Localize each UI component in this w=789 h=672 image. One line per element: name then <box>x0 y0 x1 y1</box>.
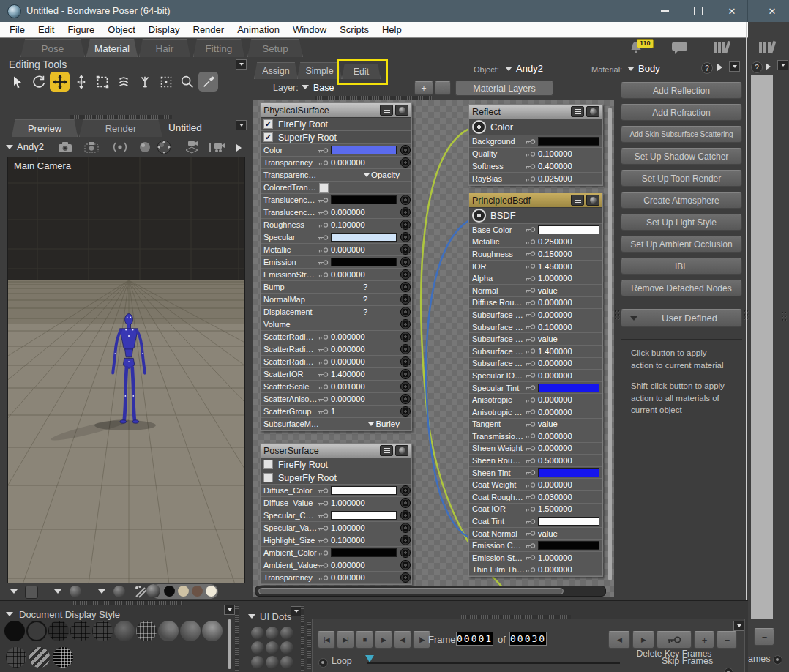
color-swatch[interactable] <box>331 146 397 154</box>
input-connector[interactable] <box>400 157 411 168</box>
display-style-collapse-icon[interactable] <box>6 612 13 616</box>
animation-key-icon[interactable] <box>318 512 329 519</box>
delete-keyframe-button[interactable]: − <box>717 631 737 649</box>
light-indicator-icon[interactable] <box>135 139 155 155</box>
room-tab-setup[interactable]: Setup <box>247 39 303 57</box>
animation-key-icon[interactable] <box>525 176 536 182</box>
shadow-sphere-icon[interactable] <box>70 586 81 597</box>
background-color-swatch[interactable] <box>178 586 189 597</box>
ui-dot-1[interactable] <box>251 627 264 640</box>
material-value[interactable]: Body <box>638 63 660 74</box>
node-preview-icon[interactable] <box>586 195 599 206</box>
maximize-button[interactable] <box>683 0 714 22</box>
animation-key-icon[interactable] <box>525 433 536 439</box>
param-value[interactable]: 0.000000 <box>538 444 572 452</box>
ui-dot-3[interactable] <box>280 627 293 640</box>
select-tool[interactable] <box>7 72 27 92</box>
input-connector[interactable] <box>400 294 411 305</box>
color-swatch[interactable] <box>331 511 397 520</box>
animation-key-icon[interactable] <box>525 336 536 343</box>
background-shelf[interactable] <box>751 75 773 619</box>
animation-menu-icon[interactable] <box>733 621 744 631</box>
graph-hscrollbar[interactable] <box>255 586 606 597</box>
actions-drag-handle-right[interactable] <box>744 310 749 321</box>
title-bar[interactable]: Untitled - Bondware Poser (64-bit) <box>0 0 789 22</box>
animation-key-icon[interactable] <box>318 209 329 216</box>
ui-dot-9[interactable] <box>280 656 293 669</box>
node-header[interactable]: PoserSurface <box>261 444 411 458</box>
outline-style-icon[interactable] <box>26 621 47 641</box>
node-header[interactable]: Reflect <box>469 105 602 119</box>
graph-vscrollbar-thumb[interactable] <box>608 108 612 580</box>
preview-tab-preview[interactable]: Preview <box>12 119 78 137</box>
input-connector[interactable] <box>400 485 411 496</box>
menu-edit[interactable]: Edit <box>31 24 61 35</box>
animation-key-icon[interactable] <box>525 287 536 294</box>
material-tab-assign[interactable]: Assign <box>254 62 298 79</box>
param-value[interactable]: ? <box>331 283 400 291</box>
input-connector[interactable] <box>400 269 411 280</box>
material-tab-simple[interactable]: Simple <box>297 62 342 79</box>
param-value[interactable]: ? <box>331 295 400 304</box>
camera-next-icon[interactable] <box>228 140 249 156</box>
animation-key-icon[interactable] <box>525 348 536 354</box>
animation-key-icon[interactable] <box>525 324 536 330</box>
menu-file[interactable]: File <box>3 24 31 35</box>
node-physicalsurface[interactable]: PhysicalSurface✓FireFly Root✓SuperFly Ro… <box>260 102 412 431</box>
silhouette-style-icon[interactable] <box>4 621 25 641</box>
param-value[interactable]: 1.400000 <box>538 347 572 356</box>
animation-key-icon[interactable] <box>318 371 329 378</box>
material-help-icon[interactable] <box>701 62 713 74</box>
ui-dots-collapse-icon[interactable] <box>248 614 255 619</box>
object-dropdown-icon[interactable] <box>505 67 512 71</box>
shader-node-graph[interactable]: PhysicalSurface✓FireFly Root✓SuperFly Ro… <box>253 100 614 597</box>
param-value[interactable]: 1.000000 <box>538 553 572 562</box>
param-value[interactable]: 1 <box>331 407 335 416</box>
close-button[interactable] <box>717 0 747 22</box>
param-value[interactable]: 1.450000 <box>538 262 572 271</box>
material-dropdown-icon[interactable] <box>627 67 635 71</box>
animation-key-icon[interactable] <box>318 160 329 166</box>
first-frame-button[interactable]: |◀ <box>318 631 335 649</box>
sketch-striped-style-icon[interactable] <box>29 647 50 668</box>
param-value[interactable]: 0.000000 <box>538 480 572 489</box>
param-value[interactable]: 0.500000 <box>538 456 572 465</box>
chain-break-tool[interactable] <box>135 72 154 92</box>
notification-badge[interactable]: 110 <box>637 39 654 48</box>
node-header[interactable]: PrincipledBsdf <box>469 193 602 208</box>
color-swatch[interactable] <box>538 384 599 392</box>
param-value[interactable]: 1.500000 <box>538 504 572 513</box>
input-connector[interactable] <box>400 369 411 379</box>
add-skin-subsurface-scattering-button[interactable]: Add Skin Subsurface Scattering <box>621 126 742 143</box>
animation-key-icon[interactable] <box>525 226 536 233</box>
animation-key-icon[interactable] <box>525 163 536 170</box>
ui-dot-8[interactable] <box>266 656 279 669</box>
room-tab-hair[interactable]: Hair <box>139 39 190 57</box>
node-list-icon[interactable] <box>380 105 393 116</box>
param-value[interactable]: value <box>538 419 558 428</box>
input-connector[interactable] <box>400 535 411 545</box>
smooth-shaded-style-icon[interactable] <box>202 621 223 641</box>
input-connector[interactable] <box>400 319 411 329</box>
param-value[interactable]: 0.000000 <box>331 245 365 254</box>
animation-key-icon[interactable] <box>318 488 329 494</box>
color-swatch[interactable] <box>331 548 397 557</box>
background-minus-button[interactable]: − <box>754 628 774 646</box>
color-swatch[interactable] <box>538 541 599 550</box>
input-connector[interactable] <box>400 394 411 404</box>
node-posersurface[interactable]: PoserSurfaceFireFly RootSuperFly RootDif… <box>260 443 412 585</box>
preview-viewport[interactable]: Main Camera <box>7 157 245 585</box>
minimize-button[interactable] <box>649 0 680 22</box>
room-tab-fitting[interactable]: Fitting <box>193 39 244 57</box>
background-help-icon[interactable] <box>751 61 763 73</box>
input-connector[interactable] <box>400 381 411 392</box>
edit-keyframes-button[interactable] <box>657 631 692 649</box>
param-value[interactable]: 0.000000 <box>331 573 365 582</box>
material-panel-menu-icon[interactable] <box>729 61 740 72</box>
menu-figure[interactable]: Figure <box>61 24 101 35</box>
room-tab-pose[interactable]: Pose <box>20 39 85 57</box>
animating-camera-icon[interactable] <box>208 139 228 155</box>
param-value[interactable]: 0.000000 <box>538 310 572 319</box>
group-tool[interactable] <box>156 72 176 92</box>
animation-key-icon[interactable] <box>525 372 536 378</box>
